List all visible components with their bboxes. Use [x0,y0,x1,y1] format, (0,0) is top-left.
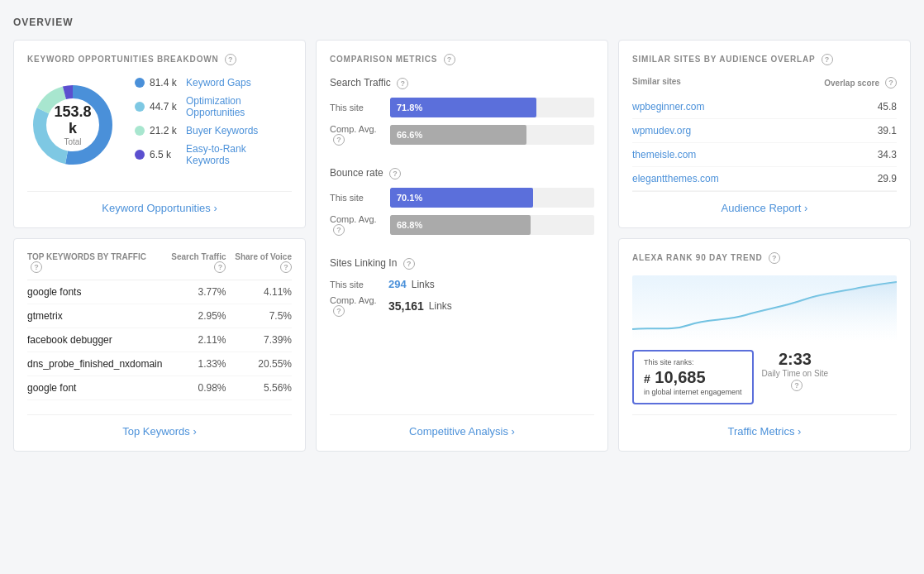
legend-link-1[interactable]: Optimization Opportunities [186,95,292,118]
search-comp-bar: 66.6% [390,125,526,145]
legend-link-0[interactable]: Keyword Gaps [186,77,251,88]
similar-sites-title: SIMILAR SITES BY AUDIENCE OVERLAP ? [632,54,897,65]
comparison-metrics-help-icon[interactable]: ? [444,54,455,65]
kw-cell-share-4: 5.56% [226,376,292,400]
search-this-site-row: This site 71.8% [330,98,594,117]
sites-this-label: This site [330,280,383,289]
donut-total-label: Total [50,136,96,146]
alexa-time-section: 2:33 Daily Time on Site ? [762,350,829,391]
legend-value-0: 81.4 k [150,77,181,88]
sites-comp-text: Links [429,300,452,312]
sites-comp-help-icon[interactable]: ? [333,305,345,317]
bounce-comp-row: Comp. Avg. ? 68.8% [330,214,594,236]
alexa-rank-hash: # [644,372,650,385]
bounce-comp-bar-wrap: 68.8% [390,215,594,235]
kw-col-traffic: Search Traffic ? [163,252,226,280]
kw-table-row-0: google fonts 3.77% 4.11% [27,280,292,304]
keyword-legend: 81.4 k Keyword Gaps 44.7 k Optimization … [135,77,292,173]
similar-col-overlap-wrap: Overlap score ? [824,77,897,88]
top-keywords-card: TOP KEYWORDS BY TRAFFIC ? Search Traffic… [13,238,306,452]
comparison-metrics-card: COMPARISON METRICS ? Search Traffic ? Th… [316,40,608,452]
alexa-time-label: Daily Time on Site [762,369,829,378]
similar-site-2[interactable]: themeisle.com [632,149,696,160]
search-comp-row: Comp. Avg. ? 66.6% [330,124,594,146]
sites-linking-section: Sites Linking In ? This site 294 Links C… [330,257,594,322]
similar-sites-header: Similar sites Overlap score ? [632,77,897,88]
kw-cell-keyword-4: google font [27,376,163,400]
main-grid: KEYWORD OPPORTUNITIES BREAKDOWN ? [13,40,911,452]
similar-sites-help-icon[interactable]: ? [822,54,833,65]
kw-col-share: Share of Voice ? [226,252,292,280]
similar-score-2: 34.3 [878,149,897,160]
search-traffic-label: Search Traffic ? [330,77,594,89]
audience-report-link[interactable]: Audience Report › [632,191,897,214]
alexa-help-icon[interactable]: ? [769,252,780,264]
alexa-trend-chart [632,275,897,342]
alexa-time-help-icon[interactable]: ? [791,380,803,391]
legend-link-3[interactable]: Easy-to-Rank Keywords [186,143,292,166]
bounce-this-site-row: This site 70.1% [330,188,594,208]
legend-value-2: 21.2 k [150,125,181,136]
bounce-comp-help-icon[interactable]: ? [333,224,345,236]
keyword-opportunities-link[interactable]: Keyword Opportunities › [27,191,292,214]
donut-total-number: 153.8 k [50,104,96,137]
similar-site-0[interactable]: wpbeginner.com [632,101,704,112]
donut-section: 153.8 k Total 81.4 k Keyword Gaps 44.7 k… [27,77,292,173]
legend-dot-1 [135,102,145,112]
kw-col-keyword: TOP KEYWORDS BY TRAFFIC ? [27,252,163,280]
similar-col-overlap: Overlap score [824,79,879,88]
traffic-metrics-link[interactable]: Traffic Metrics › [632,414,897,438]
similar-sites-list: wpbeginner.com 45.8 wpmudev.org 39.1 the… [632,95,897,191]
kw-cell-traffic-0: 3.77% [163,280,226,304]
kw-cell-share-1: 7.5% [226,304,292,328]
alexa-rank-number: # 10,685 [644,368,742,386]
competitive-analysis-link[interactable]: Competitive Analysis › [330,414,594,438]
kw-cell-share-3: 20.55% [226,352,292,376]
kw-cell-share-0: 4.11% [226,280,292,304]
kw-table-row-3: dns_probe_finished_nxdomain 1.33% 20.55% [27,352,292,376]
keyword-breakdown-help-icon[interactable]: ? [225,54,236,65]
kw-share-help-icon[interactable]: ? [280,261,292,273]
search-comp-label: Comp. Avg. ? [330,124,383,146]
alexa-card-title: ALEXA RANK 90 DAY TREND ? [632,252,897,264]
similar-row-1: wpmudev.org 39.1 [632,119,897,143]
bounce-rate-help-icon[interactable]: ? [389,168,401,179]
search-this-bar-wrap: 71.8% [390,98,594,117]
similar-site-3[interactable]: elegantthemes.com [632,173,719,184]
sites-linking-label: Sites Linking In ? [330,257,594,270]
bounce-this-bar-wrap: 70.1% [390,188,594,208]
sites-linking-help-icon[interactable]: ? [403,258,415,270]
search-traffic-help-icon[interactable]: ? [397,78,408,89]
search-traffic-section: Search Traffic ? This site 71.8% Comp. A… [330,77,594,152]
legend-item-2: 21.2 k Buyer Keywords [135,125,292,136]
alexa-bottom-section: This site ranks: # 10,685 in global inte… [632,350,897,404]
sites-this-row: This site 294 Links [330,278,594,290]
keyword-breakdown-title: KEYWORD OPPORTUNITIES BREAKDOWN ? [27,54,292,65]
legend-item-0: 81.4 k Keyword Gaps [135,77,292,88]
alexa-rank-label: This site ranks: [644,358,742,366]
alexa-rank-box: This site ranks: # 10,685 in global inte… [632,350,754,404]
search-comp-help-icon[interactable]: ? [333,134,345,146]
legend-value-1: 44.7 k [150,101,181,112]
bounce-this-label: This site [330,193,383,203]
legend-dot-3 [135,150,145,160]
kw-cell-share-2: 7.39% [226,328,292,352]
bounce-this-bar: 70.1% [390,188,533,208]
kw-help-icon[interactable]: ? [31,261,42,273]
similar-score-1: 39.1 [878,125,897,136]
kw-cell-traffic-2: 2.11% [163,328,226,352]
alexa-rank-sub: in global internet engagement [644,388,742,396]
legend-value-3: 6.5 k [150,149,181,160]
search-this-bar: 71.8% [390,98,536,117]
top-keywords-link[interactable]: Top Keywords › [27,414,292,438]
similar-col-sites: Similar sites [632,77,681,88]
sites-this-text: Links [412,279,435,290]
overlap-help-icon[interactable]: ? [885,77,897,88]
search-comp-bar-wrap: 66.6% [390,125,594,145]
bounce-comp-label: Comp. Avg. ? [330,214,383,236]
legend-link-2[interactable]: Buyer Keywords [186,125,258,136]
kw-traffic-help-icon[interactable]: ? [214,261,226,273]
similar-site-1[interactable]: wpmudev.org [632,125,691,136]
legend-item-3: 6.5 k Easy-to-Rank Keywords [135,143,292,166]
keyword-breakdown-card: KEYWORD OPPORTUNITIES BREAKDOWN ? [13,40,306,228]
